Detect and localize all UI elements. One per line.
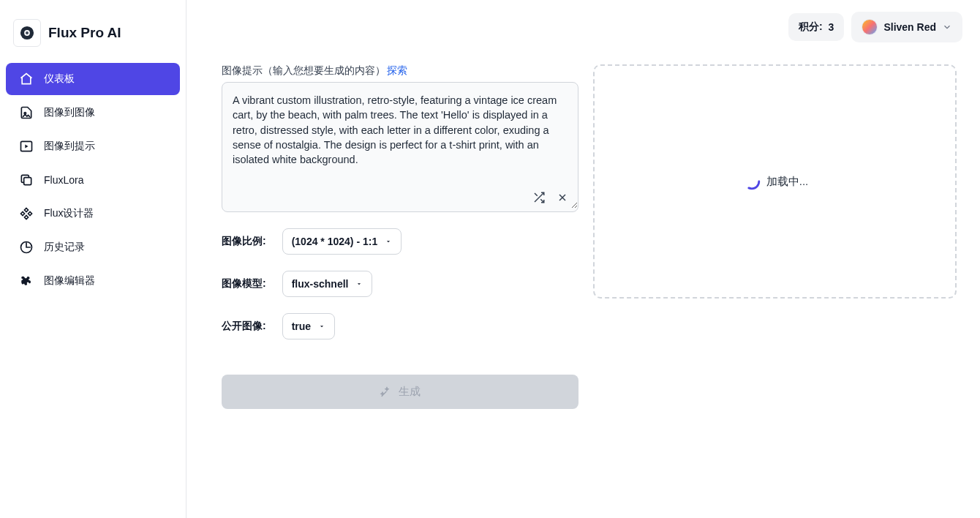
sidebar-item-label: 仪表板 bbox=[44, 72, 75, 86]
clear-icon[interactable] bbox=[554, 189, 570, 206]
spinner-icon bbox=[742, 171, 762, 192]
credits-value: 3 bbox=[829, 21, 834, 33]
form-column: 图像提示（输入您想要生成的内容） 探索 图像比例: bbox=[222, 64, 578, 495]
sidebar-item-dashboard[interactable]: 仪表板 bbox=[6, 63, 180, 95]
public-field: 公开图像: true bbox=[222, 313, 578, 339]
sidebar-item-flux-designer[interactable]: Flux设计器 bbox=[6, 198, 180, 230]
ratio-label: 图像比例: bbox=[222, 235, 266, 248]
generate-button[interactable]: 生成 bbox=[222, 375, 578, 409]
sidebar-item-image-to-image[interactable]: 图像到图像 bbox=[6, 97, 180, 129]
credits-label: 积分: bbox=[799, 20, 823, 34]
model-select[interactable]: flux-schnell bbox=[282, 271, 373, 297]
sidebar-item-label: 图像编辑器 bbox=[44, 274, 95, 288]
sidebar-item-fluxlora[interactable]: FluxLora bbox=[6, 164, 180, 196]
svg-point-2 bbox=[26, 31, 29, 34]
content: 图像提示（输入您想要生成的内容） 探索 图像比例: bbox=[186, 54, 980, 518]
sidebar-item-image-to-prompt[interactable]: 图像到提示 bbox=[6, 130, 180, 162]
model-field: 图像模型: flux-schnell bbox=[222, 271, 578, 297]
sidebar-item-image-editor[interactable]: 图像编辑器 bbox=[6, 265, 180, 297]
credits-chip[interactable]: 积分: 3 bbox=[788, 13, 844, 41]
sidebar-item-label: 图像到图像 bbox=[44, 106, 95, 119]
ratio-select[interactable]: (1024 * 1024) - 1:1 bbox=[282, 228, 402, 255]
preview-column: 加载中... bbox=[593, 64, 957, 495]
main: 积分: 3 Sliven Red 图像提示（输入您想要生成的内容） 探索 bbox=[186, 0, 980, 518]
image-file-icon bbox=[19, 105, 34, 120]
caret-down-icon bbox=[318, 323, 325, 330]
ratio-value: (1024 * 1024) - 1:1 bbox=[292, 236, 378, 247]
nav: 仪表板 图像到图像 图像到提示 FluxLora bbox=[3, 60, 183, 300]
preview-area: 加载中... bbox=[593, 64, 957, 299]
sidebar-item-label: 图像到提示 bbox=[44, 140, 95, 153]
chevron-down-icon bbox=[942, 22, 952, 32]
svg-rect-5 bbox=[24, 178, 31, 185]
user-menu[interactable]: Sliven Red bbox=[851, 12, 962, 42]
public-value: true bbox=[292, 320, 311, 332]
prompt-label-row: 图像提示（输入您想要生成的内容） 探索 bbox=[222, 64, 578, 78]
loading-text: 加载中... bbox=[766, 175, 809, 189]
sidebar: Flux Pro AI 仪表板 图像到图像 图像到提示 bbox=[0, 0, 186, 518]
copy-icon bbox=[19, 173, 34, 187]
user-name: Sliven Red bbox=[883, 21, 936, 33]
brand: Flux Pro AI bbox=[3, 6, 183, 60]
history-pie-icon bbox=[19, 240, 34, 255]
model-value: flux-schnell bbox=[292, 278, 349, 290]
puzzle-icon bbox=[19, 274, 34, 288]
brand-name: Flux Pro AI bbox=[48, 25, 121, 41]
explore-link[interactable]: 探索 bbox=[387, 64, 407, 78]
play-square-icon bbox=[19, 139, 34, 154]
public-label: 公开图像: bbox=[222, 320, 266, 333]
sidebar-item-history[interactable]: 历史记录 bbox=[6, 231, 180, 263]
prompt-label: 图像提示（输入您想要生成的内容） bbox=[222, 64, 385, 78]
topbar: 积分: 3 Sliven Red bbox=[186, 0, 980, 54]
prompt-textarea[interactable] bbox=[222, 83, 578, 209]
shuffle-icon[interactable] bbox=[531, 189, 547, 206]
generate-label: 生成 bbox=[399, 385, 421, 399]
avatar-icon bbox=[862, 19, 878, 35]
sidebar-item-label: FluxLora bbox=[44, 174, 83, 186]
sidebar-item-label: 历史记录 bbox=[44, 241, 85, 254]
svg-point-7 bbox=[745, 174, 759, 189]
prompt-box bbox=[222, 82, 578, 212]
brand-logo-icon bbox=[13, 19, 41, 47]
public-select[interactable]: true bbox=[282, 313, 335, 339]
model-label: 图像模型: bbox=[222, 277, 266, 290]
wand-icon bbox=[380, 386, 391, 397]
components-icon bbox=[19, 206, 34, 221]
ratio-field: 图像比例: (1024 * 1024) - 1:1 bbox=[222, 228, 578, 255]
sidebar-item-label: Flux设计器 bbox=[44, 207, 94, 220]
caret-down-icon bbox=[355, 280, 363, 288]
caret-down-icon bbox=[385, 238, 392, 245]
home-icon bbox=[19, 72, 34, 86]
